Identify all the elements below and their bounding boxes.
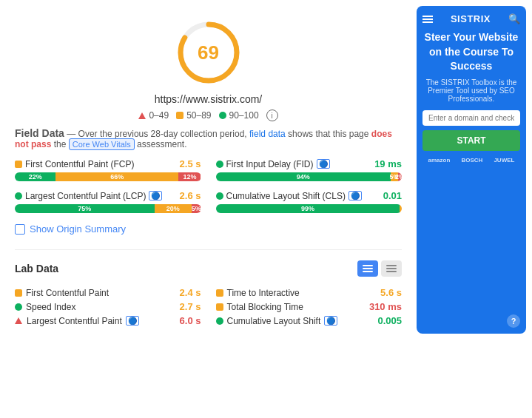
- domain-input[interactable]: [422, 110, 520, 126]
- avg-icon: [176, 112, 183, 119]
- cls-bar: 99%: [216, 204, 403, 213]
- lcp-value: 2.6 s: [180, 190, 201, 201]
- score-circle: 69: [175, 19, 242, 86]
- score-section: 69 https://www.sistrix.com/ 0–49 50–89 9…: [15, 12, 402, 127]
- right-panel-header: SISTRIX 🔍: [422, 13, 520, 24]
- fid-seg-fail: 2%: [398, 172, 402, 181]
- sistrix-logo: SISTRIX: [451, 13, 491, 24]
- start-button[interactable]: START: [422, 130, 520, 151]
- lcp-seg-good: 75%: [15, 204, 155, 213]
- fcp-bar: 22% 66% 12%: [15, 172, 201, 181]
- partner-bosch: BOSCH: [461, 157, 482, 164]
- lab-col2: Time to Interactive 5.6 s Total Blocking…: [216, 286, 403, 328]
- metric-fid: First Input Delay (FID) 🔵 19 ms 94% 5% 2…: [216, 158, 403, 181]
- fcp-label: First Contentful Paint (FCP): [25, 159, 134, 169]
- field-data-title: Field Data: [15, 127, 64, 139]
- right-panel-desc: The SISTRIX Toolbox is the Premier Tool …: [422, 78, 520, 103]
- right-panel: SISTRIX 🔍 Steer Your Website on the Cour…: [417, 6, 526, 334]
- lab-item-fcp: First Contentful Paint 2.4 s: [15, 286, 201, 300]
- lab-cls-value: 0.005: [377, 315, 402, 326]
- lab-si-icon: [15, 303, 22, 311]
- lab-item-lcp: Largest Contentful Paint 🔵 6.0 s: [15, 314, 201, 328]
- lcp-seg-avg: 20%: [155, 204, 192, 213]
- cwv-badge: Core Web Vitals: [69, 138, 135, 150]
- lab-item-si: Speed Index 2.7 s: [15, 300, 201, 314]
- lab-tbt-icon: [216, 303, 223, 311]
- legend-item-good: 90–100: [219, 110, 259, 121]
- lab-fcp-value: 2.4 s: [180, 287, 201, 298]
- fcp-seg-avg: 66%: [55, 172, 178, 181]
- right-panel-title: Steer Your Website on the Course To Succ…: [422, 30, 520, 74]
- fid-label: First Input Delay (FID): [226, 159, 314, 169]
- score-number: 69: [198, 41, 219, 64]
- lab-fcp-label: First Contentful Paint: [26, 288, 109, 298]
- fcp-value: 2.5 s: [180, 158, 201, 169]
- lcp-badge: 🔵: [149, 191, 162, 200]
- score-legend: 0–49 50–89 90–100 i: [15, 109, 402, 121]
- legend-good-label: 90–100: [229, 110, 259, 121]
- lab-item-tti: Time to Interactive 5.6 s: [216, 286, 403, 300]
- partner-logos: amazon BOSCH JUWEL: [422, 157, 520, 164]
- fid-bar: 94% 5% 2%: [216, 172, 403, 181]
- fid-seg-good: 94%: [216, 172, 391, 181]
- partner-amazon: amazon: [428, 157, 451, 164]
- lab-lcp-value: 6.0 s: [180, 315, 201, 326]
- fcp-icon: [15, 161, 22, 168]
- legend-avg-label: 50–89: [186, 110, 211, 121]
- fcp-seg-fail: 12%: [178, 172, 201, 181]
- field-data-desc: Field Data — Over the previous 28-day co…: [15, 127, 402, 149]
- fid-badge: 🔵: [317, 159, 330, 169]
- cls-badge: 🔵: [349, 191, 362, 200]
- lab-si-value: 2.7 s: [180, 301, 201, 312]
- fid-icon: [216, 161, 223, 168]
- origin-summary[interactable]: Show Origin Summary: [15, 223, 402, 235]
- fail-icon: [138, 112, 146, 119]
- score-url: https://www.sistrix.com/: [15, 93, 402, 105]
- lab-cls-badge: 🔵: [324, 316, 337, 326]
- lcp-label: Largest Contentful Paint (LCP): [25, 191, 146, 201]
- lab-title: Lab Data: [15, 263, 58, 274]
- lab-si-label: Speed Index: [26, 302, 75, 312]
- lab-tti-icon: [216, 289, 223, 297]
- cls-label: Cumulative Layout Shift (CLS): [226, 191, 346, 201]
- toggle-grid-btn[interactable]: [381, 260, 402, 277]
- lab-tti-label: Time to Interactive: [227, 288, 300, 298]
- fcp-seg-good: 22%: [15, 172, 55, 181]
- field-data-section: Field Data — Over the previous 28-day co…: [15, 127, 402, 235]
- origin-label[interactable]: Show Origin Summary: [30, 223, 126, 235]
- help-button[interactable]: ?: [507, 314, 520, 328]
- cls-value: 0.01: [383, 190, 402, 201]
- metrics-grid: First Contentful Paint (FCP) 2.5 s 22% 6…: [15, 158, 402, 213]
- lab-grid: First Contentful Paint 2.4 s Speed Index…: [15, 286, 402, 328]
- good-icon: [219, 112, 226, 119]
- lab-fcp-icon: [15, 289, 22, 297]
- fid-value: 19 ms: [374, 158, 402, 169]
- cls-seg-avg: [400, 204, 402, 213]
- lab-item-cls: Cumulative Layout Shift 🔵 0.005: [216, 314, 403, 328]
- legend-item-avg: 50–89: [176, 110, 211, 121]
- cls-icon: [216, 192, 223, 200]
- partner-juwel: JUWEL: [494, 157, 514, 164]
- hamburger-icon[interactable]: [422, 16, 433, 23]
- lab-item-tbt: Total Blocking Time 310 ms: [216, 300, 403, 314]
- lcp-bar: 75% 20% 5%: [15, 204, 201, 213]
- search-icon[interactable]: 🔍: [508, 13, 520, 24]
- metric-lcp: Largest Contentful Paint (LCP) 🔵 2.6 s 7…: [15, 190, 201, 213]
- lab-cls-label: Cumulative Layout Shift: [227, 316, 321, 326]
- metric-fcp: First Contentful Paint (FCP) 2.5 s 22% 6…: [15, 158, 201, 181]
- lab-tti-value: 5.6 s: [380, 287, 402, 298]
- toggle-list-btn[interactable]: [357, 260, 378, 277]
- lab-col1: First Contentful Paint 2.4 s Speed Index…: [15, 286, 201, 328]
- lab-lcp-label: Largest Contentful Paint: [27, 316, 122, 326]
- legend-item-fail: 0–49: [138, 110, 169, 121]
- lab-lcp-triangle-icon: [15, 317, 22, 324]
- origin-checkbox[interactable]: [15, 224, 25, 235]
- info-icon[interactable]: i: [266, 109, 278, 121]
- lab-tbt-value: 310 ms: [369, 301, 402, 312]
- lab-section: Lab Data: [15, 249, 402, 328]
- metric-cls: Cumulative Layout Shift (CLS) 🔵 0.01 99%: [216, 190, 403, 213]
- field-data-link[interactable]: field data: [249, 129, 286, 139]
- lab-tbt-label: Total Blocking Time: [227, 302, 303, 312]
- cls-seg-good: 99%: [216, 204, 400, 213]
- cwv-link[interactable]: Core Web Vitals: [69, 139, 135, 149]
